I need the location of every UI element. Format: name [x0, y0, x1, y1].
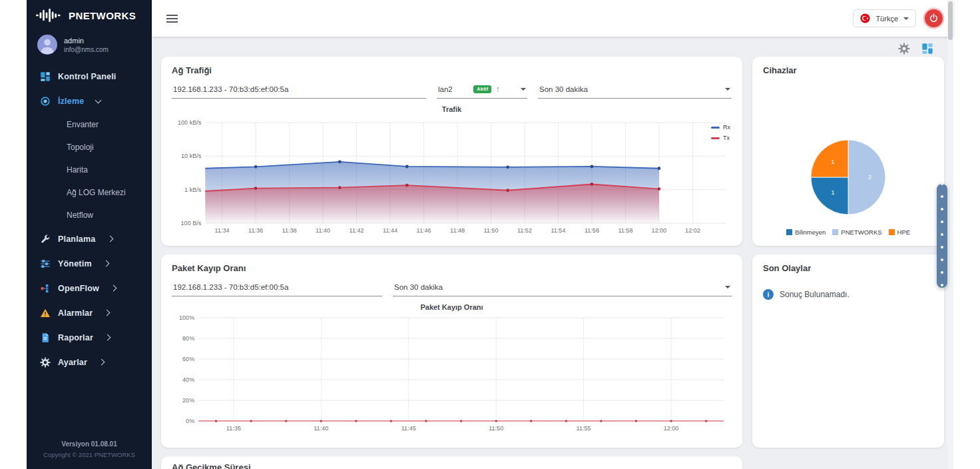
- svg-text:60%: 60%: [182, 356, 194, 362]
- sidebar-item-raporlar[interactable]: Raporlar: [27, 325, 152, 350]
- chevron-right-icon: [105, 334, 111, 341]
- svg-text:80%: 80%: [182, 335, 194, 342]
- device-select-value: 192.168.1.233 - 70:b3:d5:ef:00:5a: [173, 283, 288, 291]
- svg-text:11:34: 11:34: [215, 227, 230, 234]
- scrollbar-thumb[interactable]: [948, 1, 953, 40]
- sidebar-subitem-topoloji[interactable]: Topoloji: [27, 136, 152, 159]
- pie-legend-item: Bilinmeyen: [786, 229, 826, 236]
- info-icon: i: [763, 289, 774, 300]
- dashboard-layout-button[interactable]: [921, 43, 933, 55]
- svg-text:10 kB/s: 10 kB/s: [181, 153, 202, 160]
- svg-text:100%: 100%: [179, 314, 194, 321]
- pie-legend-item: PNETWORKS: [832, 229, 881, 236]
- time-range-select[interactable]: Son 30 dakika: [538, 82, 732, 99]
- sidebar-item-yonetim[interactable]: Yönetim: [27, 251, 152, 276]
- svg-text:11:40: 11:40: [316, 227, 330, 234]
- packet-chart-title: Paket Kayıp Oranı: [172, 303, 732, 311]
- sidebar-item-label: Alarmlar: [58, 308, 93, 318]
- sidebar-item-alarmlar[interactable]: Alarmlar: [27, 300, 152, 325]
- interface-select-value: lan2: [438, 85, 453, 93]
- sidebar-subitem-harita[interactable]: Harita: [27, 159, 152, 181]
- sidebar-subitem-netflow[interactable]: Netflow: [27, 204, 152, 227]
- sidebar: PNETWORKS admin info@nms.com Kontrol Pan…: [27, 0, 152, 469]
- svg-text:11:35: 11:35: [226, 425, 241, 432]
- interface-status-badge: Aktif: [473, 85, 491, 93]
- svg-text:11:44: 11:44: [383, 227, 397, 234]
- packet-loss-card: Paket Kayıp Oranı 192.168.1.233 - 70:b3:…: [161, 254, 742, 448]
- language-label: Türkçe: [875, 15, 898, 23]
- svg-text:11:38: 11:38: [282, 227, 297, 234]
- sidebar-footer: Versiyon 01.08.01 Copyright © 2021 PNETW…: [27, 432, 152, 469]
- menu-toggle-button[interactable]: [164, 12, 180, 25]
- grid-icon: [40, 71, 51, 82]
- row-2: Paket Kayıp Oranı 192.168.1.233 - 70:b3:…: [161, 254, 944, 448]
- page: PNETWORKS admin info@nms.com Kontrol Pan…: [0, 0, 980, 469]
- sidebar-item-label: Kontrol Paneli: [58, 72, 117, 81]
- waveform-logo-icon: [36, 9, 64, 22]
- user-email: info@nms.com: [64, 46, 109, 53]
- hamburger-icon: [166, 15, 178, 23]
- svg-text:1: 1: [831, 189, 834, 196]
- device-select[interactable]: 192.168.1.233 - 70:b3:d5:ef:00:5a: [172, 280, 382, 296]
- time-range-select[interactable]: Son 30 dakika: [393, 280, 732, 296]
- devices-pie-wrap: 211: [763, 135, 933, 223]
- report-icon: [40, 332, 51, 343]
- warning-icon: [40, 308, 51, 318]
- language-select[interactable]: Türkçe: [853, 9, 916, 27]
- svg-text:11:58: 11:58: [618, 227, 632, 234]
- gear-icon: [40, 357, 51, 368]
- svg-text:40%: 40%: [182, 376, 194, 383]
- sidebar-item-planlama[interactable]: Planlama: [27, 227, 152, 251]
- svg-text:11:46: 11:46: [417, 227, 431, 234]
- card-title: Ağ Gecikme Süresi: [172, 462, 732, 469]
- time-range-value: Son 30 dakika: [394, 283, 443, 291]
- svg-text:2: 2: [868, 174, 871, 181]
- dashboard-settings-button[interactable]: [898, 43, 910, 55]
- svg-text:11:36: 11:36: [248, 227, 263, 234]
- user-profile[interactable]: admin info@nms.com: [27, 27, 152, 63]
- svg-text:1: 1: [831, 159, 834, 165]
- sidebar-item-label: Planlama: [58, 234, 96, 244]
- svg-text:11:54: 11:54: [551, 227, 565, 234]
- svg-text:11:45: 11:45: [401, 425, 416, 432]
- svg-text:12:00: 12:00: [664, 425, 679, 432]
- traffic-chart: 100 kB/s10 kB/s1 kB/s100 B/s11:3411:3611…: [172, 115, 732, 242]
- sidebar-item-kontrol-paneli[interactable]: Kontrol Paneli: [27, 64, 152, 89]
- svg-text:11:40: 11:40: [314, 425, 328, 432]
- chevron-down-icon: [903, 17, 909, 20]
- svg-text:11:56: 11:56: [585, 227, 599, 234]
- svg-text:100 B/s: 100 B/s: [181, 220, 202, 227]
- empty-result-row: i Sonuç Bulunamadı.: [763, 289, 933, 300]
- chevron-right-icon: [103, 260, 109, 267]
- svg-text:11:48: 11:48: [450, 227, 465, 234]
- sidebar-menu: Kontrol PaneliİzlemeEnvanterTopolojiHari…: [27, 63, 152, 432]
- pie-legend-item: HPE: [889, 229, 911, 236]
- legend-item: Tx: [711, 135, 730, 141]
- interface-select[interactable]: lan2 Aktif ↑: [437, 82, 527, 99]
- card-title: Cihazlar: [763, 65, 933, 75]
- svg-text:0%: 0%: [186, 418, 194, 424]
- sidebar-subitem-ag-log-merkezi[interactable]: Ağ LOG Merkezi: [27, 181, 152, 204]
- svg-text:11:55: 11:55: [577, 425, 591, 432]
- flow-icon: [40, 283, 51, 294]
- sidebar-subitem-envanter[interactable]: Envanter: [27, 113, 152, 136]
- chevron-down-icon: [521, 88, 526, 91]
- network-latency-card: Ağ Gecikme Süresi: [161, 456, 742, 469]
- chevron-down-icon: [95, 97, 102, 103]
- version-text: Versiyon 01.08.01: [32, 440, 146, 448]
- sidebar-item-openflow[interactable]: OpenFlow: [27, 276, 152, 300]
- logout-power-button[interactable]: [925, 9, 943, 27]
- dashboard-toolbar: [161, 41, 944, 57]
- sidebar-item-izleme[interactable]: İzleme: [27, 89, 152, 113]
- device-select[interactable]: 192.168.1.233 - 70:b3:d5:ef:00:5a: [172, 82, 426, 99]
- sidebar-item-ayarlar[interactable]: Ayarlar: [27, 350, 152, 374]
- devices-card: Cihazlar 211 BilinmeyenPNETWORKSHPE: [752, 57, 944, 246]
- chevron-right-icon: [111, 285, 117, 292]
- svg-text:11:42: 11:42: [350, 227, 364, 234]
- packet_loss-svg: 100%80%60%40%20%0%11:3511:4011:4511:5011…: [172, 312, 732, 437]
- devices-pie-chart: 211: [775, 135, 921, 223]
- sidebar-item-label: Ayarlar: [58, 358, 87, 367]
- scrollbar[interactable]: [947, 0, 953, 469]
- sidebar-item-label: Raporlar: [58, 333, 93, 342]
- side-tab[interactable]: [937, 184, 947, 288]
